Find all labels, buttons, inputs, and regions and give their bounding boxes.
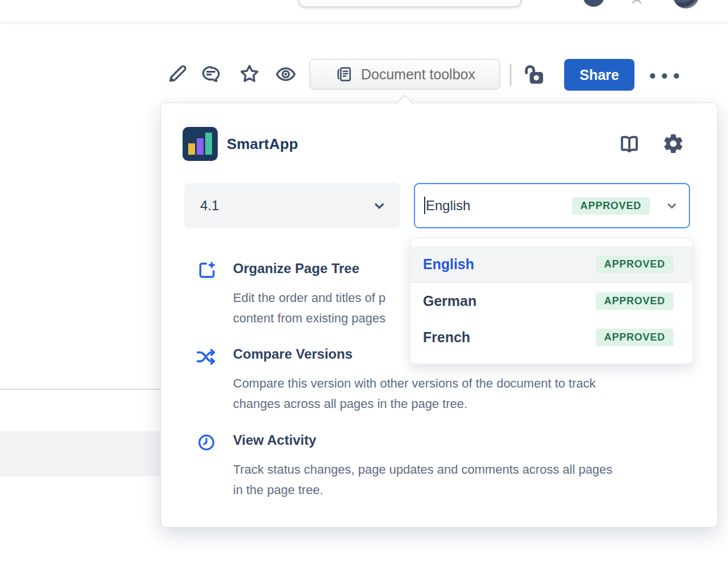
edit-icon[interactable] (166, 63, 188, 86)
logo-bar-teal (205, 133, 212, 155)
chevron-down-icon (371, 197, 388, 214)
status-badge: APPROVED (596, 292, 674, 310)
menu-item-description: Compare this version with other versions… (233, 373, 684, 414)
content-divider (0, 389, 160, 390)
menu-item-title: View Activity (233, 432, 684, 449)
document-toolbox-label: Document toolbox (361, 66, 476, 83)
add-page-icon (197, 260, 217, 280)
journal-icon (335, 65, 354, 84)
content-row-highlight (0, 431, 160, 477)
version-select[interactable]: 4.1 (184, 183, 400, 228)
version-value: 4.1 (200, 198, 219, 214)
language-option-german[interactable]: German APPROVED (410, 283, 692, 319)
language-option-label: French (423, 329, 596, 346)
document-toolbox-button[interactable]: Document toolbox (310, 59, 500, 90)
language-select[interactable]: English APPROVED (414, 183, 690, 228)
more-actions-button[interactable] (647, 67, 682, 84)
language-option-label: English (423, 256, 596, 273)
status-badge: APPROVED (596, 256, 674, 273)
comment-icon[interactable] (200, 63, 223, 86)
share-button[interactable]: Share (564, 59, 634, 91)
avatar[interactable] (583, 0, 604, 7)
app-title: SmartApp (227, 135, 298, 153)
clock-icon (197, 433, 216, 452)
chevron-down-icon (664, 198, 680, 214)
watch-eye-icon[interactable] (274, 63, 297, 86)
status-badge: APPROVED (596, 329, 674, 346)
documentation-book-icon[interactable] (618, 133, 641, 155)
smartapp-logo (183, 127, 218, 161)
menu-item-view-activity[interactable]: View Activity Track status changes, page… (197, 431, 684, 500)
header-divider (0, 23, 728, 23)
settings-gear-icon[interactable] (662, 132, 685, 155)
language-option-french[interactable]: French APPROVED (410, 319, 692, 355)
language-option-label: German (423, 293, 596, 309)
logo-bar-yellow (188, 143, 195, 155)
status-badge: APPROVED (572, 197, 650, 215)
favorite-star-icon[interactable] (238, 62, 261, 85)
text-cursor (424, 197, 425, 214)
avatar[interactable] (673, 0, 699, 8)
language-option-english[interactable]: English APPROVED (410, 246, 692, 283)
language-dropdown: English APPROVED German APPROVED French … (410, 238, 693, 364)
menu-item-description: Track status changes, page updates and c… (233, 460, 684, 500)
unlock-icon[interactable] (520, 61, 546, 87)
logo-bar-purple (197, 138, 204, 155)
shuffle-icon (194, 346, 217, 368)
help-icon-partial (632, 0, 642, 4)
search-input[interactable] (298, 0, 522, 7)
language-value: English (426, 198, 471, 214)
document-toolbox-popup: SmartApp 4.1 English APPROVED English AP… (160, 103, 718, 528)
toolbar-divider (510, 63, 511, 86)
